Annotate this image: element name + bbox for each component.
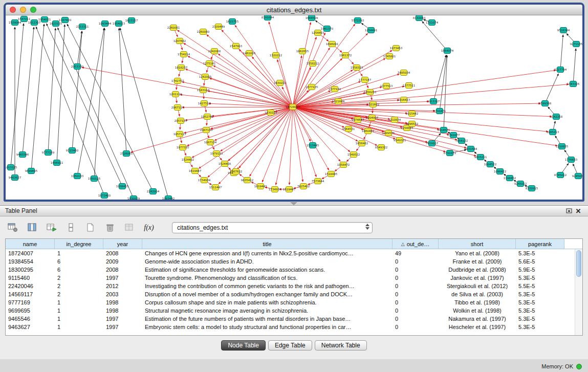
tab-network-table[interactable]: Network Table — [315, 340, 367, 351]
graph-node-label: 1549522 — [347, 153, 360, 156]
graph-node-label: 7625402 — [297, 185, 310, 188]
graph-node-label: 2053330 — [71, 65, 84, 68]
graph-edge[interactable] — [422, 21, 447, 51]
graph-node-label: 2260081 — [167, 26, 180, 29]
function-builder-button[interactable]: f(x) — [142, 222, 156, 234]
table-scrollbar[interactable] — [575, 249, 582, 335]
graph-edge[interactable] — [182, 107, 293, 107]
graph-edge[interactable] — [289, 107, 293, 185]
graph-edge[interactable] — [120, 28, 168, 199]
graph-node-label: 1016423 — [398, 98, 410, 101]
table-row[interactable]: 946554611997Estimation of the future num… — [6, 315, 575, 323]
graph-node-label: 9463627 — [9, 176, 21, 179]
graph-node-label: 1377513 — [380, 84, 393, 87]
table-cell: Disruption of a novel member of a sodium… — [142, 291, 393, 297]
float-panel-button[interactable] — [564, 207, 574, 215]
graph-edge[interactable] — [207, 35, 293, 107]
table-row[interactable]: 1456911722003Disruption of a novel membe… — [6, 290, 575, 298]
graph-node-label: 1860461 — [362, 129, 375, 133]
graph-edge[interactable] — [72, 31, 82, 150]
table-row[interactable]: 1830029562008Estimation of significance … — [6, 266, 575, 274]
graph-edge[interactable] — [11, 24, 24, 167]
graph-node-label: 1456911 — [51, 161, 63, 164]
graph-node-label: 1812307 — [28, 21, 41, 24]
column-header-out_de[interactable]: △out_de… — [393, 239, 439, 249]
close-panel-button[interactable]: ✕ — [574, 207, 583, 215]
graph-node-label: 1210035 — [556, 145, 569, 148]
tab-node-table[interactable]: Node Table — [221, 340, 266, 351]
graph-edge[interactable] — [293, 24, 355, 107]
graph-node-label: 1952742 — [201, 115, 214, 118]
graph-edge[interactable] — [67, 24, 153, 191]
table-cell: 2008 — [103, 267, 142, 273]
graph-node-label: 1547211 — [18, 17, 31, 20]
graph-node-label: 1461826 — [243, 52, 256, 55]
table-cell: 0 — [393, 316, 439, 322]
network-window-titlebar[interactable]: citations_edges.txt — [6, 5, 582, 15]
graph-edge[interactable] — [31, 24, 44, 171]
column-header-label: out_de… — [407, 241, 430, 247]
table-cell: 1 — [55, 316, 103, 322]
graph-edge[interactable] — [293, 107, 303, 182]
column-header-name[interactable]: name — [6, 239, 55, 249]
table-cell: Investigating the contribution of common… — [142, 283, 393, 289]
graph-edge[interactable] — [235, 25, 293, 107]
graph-edge[interactable] — [23, 27, 34, 155]
table-mode-button[interactable] — [6, 222, 19, 234]
graph-edge[interactable] — [293, 107, 557, 146]
table-row[interactable]: 969969511998Structural magnetic resonanc… — [6, 307, 575, 315]
graph-node-label: 7485034 — [398, 71, 410, 74]
memory-status-label: Memory: OK — [541, 363, 573, 369]
graph-edge[interactable] — [177, 30, 293, 107]
table-cell: Embryonic stem cells: a model to study s… — [142, 324, 393, 330]
graph-edge[interactable] — [560, 35, 563, 70]
graph-node-label: 2242068 — [208, 50, 221, 53]
import-table-button[interactable] — [45, 222, 58, 234]
column-header-short[interactable]: short — [439, 239, 516, 249]
graph-node-label: 1524402 — [182, 158, 194, 161]
graph-edge[interactable] — [94, 28, 104, 179]
table-header-row: namein_degreeyeartitle△out_de…shortpager… — [6, 239, 582, 249]
graph-edge[interactable] — [36, 27, 104, 195]
graph-edge[interactable] — [228, 107, 293, 161]
graph-edge[interactable] — [293, 33, 325, 107]
tab-edge-table[interactable]: Edge Table — [268, 340, 312, 351]
column-header-title[interactable]: title — [142, 239, 393, 249]
network-canvas[interactable]: 1872400722600811287682175421418182371742… — [6, 15, 582, 200]
table-row[interactable]: 2242004622012Investigating the contribut… — [6, 282, 575, 290]
graph-edge[interactable] — [293, 50, 392, 107]
column-header-year[interactable]: year — [103, 239, 142, 249]
graph-edge[interactable] — [48, 28, 55, 152]
table-selector[interactable]: citations_edges.txt — [172, 222, 373, 233]
table-cell: 18724007 — [6, 250, 55, 256]
graph-edge[interactable] — [252, 57, 293, 107]
table-row[interactable]: 1872400712008Changes of HCN gene express… — [6, 249, 575, 257]
network-graph: 1872400722600811287682175421418182371742… — [6, 15, 582, 200]
graph-edge[interactable] — [293, 48, 330, 107]
graph-node-label: 8332015 — [526, 187, 538, 190]
graph-edge[interactable] — [57, 25, 64, 163]
table-row[interactable]: 911546021997Tourette syndrome. Phenomeno… — [6, 274, 575, 282]
table-scrollbar-thumb[interactable] — [576, 250, 581, 277]
combo-arrows-icon — [365, 224, 369, 230]
column-header-in_degree[interactable]: in_degree — [55, 239, 103, 249]
column-header-pagerank[interactable]: pagerank — [516, 239, 564, 249]
table-row[interactable]: 977716911998Corpus callosum shape and si… — [6, 298, 575, 307]
graph-edge[interactable] — [239, 107, 293, 168]
table-cell: 5.6E-5 — [516, 258, 564, 265]
show-columns-button[interactable] — [26, 222, 39, 234]
graph-node-label: 1015442 — [406, 112, 419, 115]
graph-edge[interactable] — [58, 28, 134, 199]
table-cell: 5.3E-5 — [516, 299, 564, 305]
graph-edge[interactable] — [545, 74, 558, 103]
delete-column-button[interactable] — [103, 222, 117, 234]
table-cell: 2 — [55, 283, 103, 289]
graph-node-label: 2204907 — [366, 116, 379, 119]
table-row[interactable]: 1938455462009Genome-wide association stu… — [6, 257, 575, 266]
graph-edge[interactable] — [213, 65, 293, 107]
graph-edge[interactable] — [573, 49, 576, 84]
row-height-button[interactable] — [64, 222, 78, 234]
new-column-button[interactable] — [84, 222, 97, 234]
delete-table-button[interactable] — [123, 222, 136, 234]
table-row[interactable]: 946362711997Embryonic stem cells: a mode… — [6, 323, 575, 331]
